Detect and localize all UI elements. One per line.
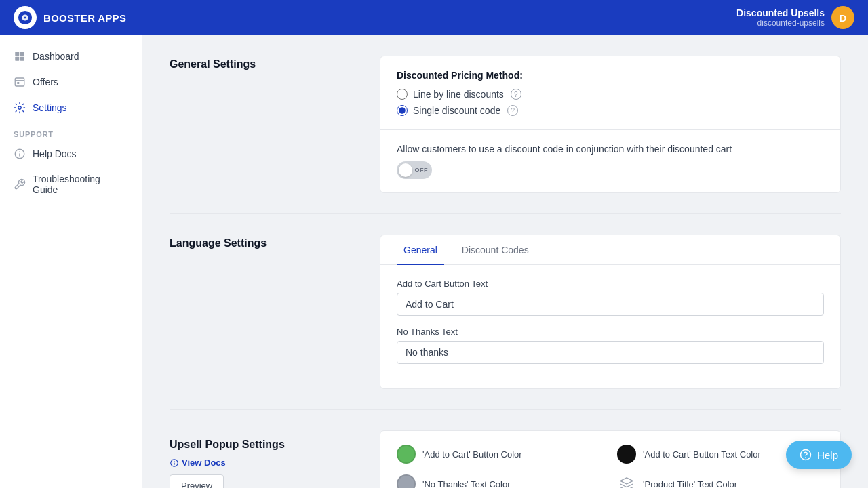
toggle-state: OFF — [415, 167, 429, 174]
toggle-wrap: OFF — [397, 161, 824, 179]
upsell-colors-card: 'Add to Cart' Button Color 'Add to Cart'… — [380, 430, 841, 488]
product-title-label: 'Product Title' Text Color — [643, 479, 737, 489]
support-section-label: SUPPORT — [0, 121, 142, 141]
sidebar-item-settings-label: Settings — [33, 102, 67, 113]
language-settings-card: General Discount Codes Add to Cart Butto… — [380, 235, 841, 389]
svg-rect-5 — [15, 78, 24, 86]
no-thanks-text-swatch[interactable] — [397, 474, 416, 488]
help-button-label: Help — [817, 449, 838, 461]
radio-line-by-line[interactable]: Line by line discounts ? — [397, 89, 824, 100]
no-thanks-text-label: 'No Thanks' Text Color — [422, 479, 511, 489]
toggle-block: Allow customers to use a discount code i… — [380, 130, 840, 192]
sidebar-item-offers[interactable]: Offers — [0, 69, 142, 95]
radio-single-discount[interactable]: Single discount code ? — [397, 105, 824, 116]
general-settings-card: Discounted Pricing Method: Line by line … — [380, 56, 841, 193]
help-icon-line[interactable]: ? — [511, 89, 521, 100]
radio-line-by-line-label: Line by line discounts — [413, 89, 504, 100]
color-grid: 'Add to Cart' Button Color 'Add to Cart'… — [380, 431, 840, 488]
svg-rect-4 — [20, 57, 24, 61]
add-to-cart-text-label: 'Add to Cart' Button Text Color — [643, 449, 761, 460]
sidebar-item-troubleshooting-label: Troubleshooting Guide — [33, 174, 128, 195]
svg-rect-2 — [20, 52, 24, 56]
add-to-cart-btn-label: 'Add to Cart' Button Color — [422, 449, 522, 460]
dashboard-icon — [14, 50, 26, 62]
view-docs-icon — [170, 458, 179, 468]
radio-single-discount-label: Single discount code — [413, 105, 500, 116]
upsell-popup-section: Upsell Popup Settings View Docs Preview — [170, 430, 841, 488]
sidebar-item-offers-label: Offers — [33, 77, 58, 87]
preview-button[interactable]: Preview — [170, 474, 224, 488]
general-settings-label: General Settings — [170, 56, 359, 193]
language-settings-label: Language Settings — [170, 235, 359, 389]
radio-line-by-line-input[interactable] — [397, 89, 408, 100]
upsell-section-label: Upsell Popup Settings — [170, 436, 359, 451]
add-to-cart-group: Add to Cart Button Text — [397, 279, 824, 316]
no-thanks-group: No Thanks Text — [397, 327, 824, 364]
sidebar-item-dashboard[interactable]: Dashboard — [0, 43, 142, 69]
pricing-method-block: Discounted Pricing Method: Line by line … — [380, 56, 840, 130]
language-form: Add to Cart Button Text No Thanks Text — [380, 265, 840, 388]
view-docs-label: View Docs — [182, 458, 226, 468]
view-docs-link[interactable]: View Docs — [170, 458, 359, 468]
user-name: Discounted Upsells — [736, 7, 825, 18]
sidebar-item-dashboard-label: Dashboard — [33, 51, 79, 62]
color-item-add-to-cart-btn: 'Add to Cart' Button Color — [397, 445, 604, 464]
color-item-no-thanks-text: 'No Thanks' Text Color — [397, 474, 604, 488]
add-to-cart-btn-swatch[interactable] — [397, 445, 416, 464]
toggle-description: Allow customers to use a discount code i… — [397, 144, 824, 155]
product-title-icon — [617, 474, 636, 488]
top-navigation: BOOSTER APPS Discounted Upsells discount… — [0, 0, 868, 35]
sidebar: Dashboard Offers Settings SUPPORT Help D… — [0, 35, 142, 488]
tab-discount-codes[interactable]: Discount Codes — [455, 235, 536, 265]
language-settings-section: Language Settings General Discount Codes… — [170, 235, 841, 410]
app-title: BOOSTER APPS — [43, 12, 126, 24]
tab-general[interactable]: General — [397, 235, 444, 265]
user-section: Discounted Upsells discounted-upsells D — [736, 6, 854, 29]
language-tabs: General Discount Codes — [380, 235, 840, 265]
help-button-icon — [800, 449, 812, 461]
color-item-product-title: 'Product Title' Text Color — [617, 474, 824, 488]
svg-point-7 — [18, 106, 22, 110]
add-to-cart-text-swatch[interactable] — [617, 445, 636, 464]
general-settings-section: General Settings Discounted Pricing Meth… — [170, 56, 841, 214]
radio-group: Line by line discounts ? Single discount… — [397, 89, 824, 116]
no-thanks-label: No Thanks Text — [397, 327, 824, 337]
radio-single-discount-input[interactable] — [397, 105, 408, 116]
svg-rect-1 — [15, 52, 19, 56]
discount-code-toggle[interactable]: OFF — [397, 161, 432, 179]
offers-icon — [14, 76, 26, 88]
toggle-knob — [399, 163, 412, 177]
upsell-left: Upsell Popup Settings View Docs Preview — [170, 433, 359, 488]
no-thanks-input[interactable] — [397, 341, 824, 364]
user-info: Discounted Upsells discounted-upsells — [736, 7, 825, 28]
main-content: General Settings Discounted Pricing Meth… — [142, 35, 868, 488]
nav-brand: BOOSTER APPS — [14, 6, 126, 29]
logo — [14, 6, 37, 29]
add-to-cart-label: Add to Cart Button Text — [397, 279, 824, 289]
sidebar-item-troubleshooting[interactable]: Troubleshooting Guide — [0, 167, 142, 202]
discounted-pricing-title: Discounted Pricing Method: — [397, 70, 824, 81]
help-icon-single[interactable]: ? — [507, 105, 518, 116]
tool-icon — [14, 178, 26, 190]
user-subdomain: discounted-upsells — [736, 18, 825, 28]
help-docs-icon — [14, 148, 26, 160]
help-button[interactable]: Help — [786, 441, 852, 469]
avatar[interactable]: D — [831, 6, 854, 29]
sidebar-item-help-docs[interactable]: Help Docs — [0, 141, 142, 167]
upsell-popup-label-col: Upsell Popup Settings View Docs Preview — [170, 430, 359, 488]
sidebar-item-help-label: Help Docs — [33, 148, 77, 159]
add-to-cart-input[interactable] — [397, 293, 824, 316]
settings-icon — [14, 102, 26, 114]
svg-rect-3 — [15, 57, 19, 61]
sidebar-item-settings[interactable]: Settings — [0, 95, 142, 121]
svg-rect-6 — [17, 82, 19, 84]
